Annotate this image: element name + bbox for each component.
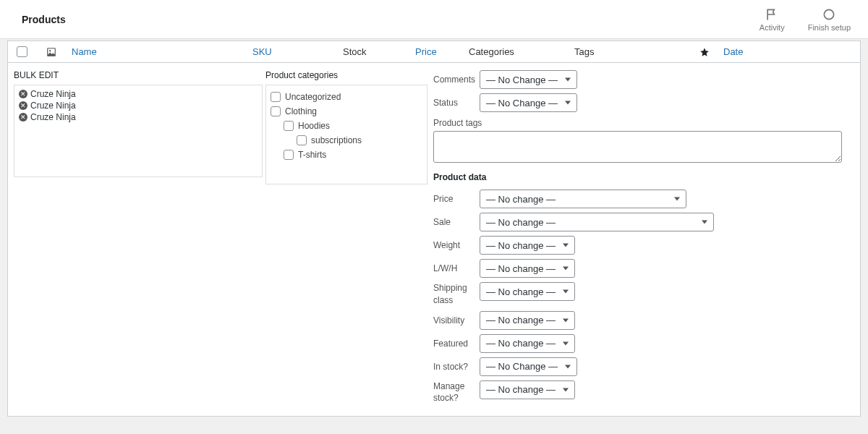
page-title: Products: [22, 14, 66, 25]
content: Name SKU Stock Price Categories Tags Dat…: [0, 41, 868, 417]
price-row: Price — No change —: [433, 190, 854, 208]
finish-label: Finish setup: [808, 23, 851, 32]
activity-button[interactable]: Activity: [760, 7, 785, 32]
circle-icon: [822, 7, 836, 22]
svg-point-0: [825, 9, 834, 19]
categories-list[interactable]: Uncategorized Clothing Hoodies subscript…: [265, 85, 427, 184]
bulk-right-column: Comments — No Change — Status — No Chang…: [427, 70, 854, 409]
bulk-edit-title: BULK EDIT: [14, 70, 263, 80]
instock-select[interactable]: — No Change —: [480, 357, 577, 376]
column-name[interactable]: Name: [67, 46, 248, 57]
column-sku[interactable]: SKU: [248, 46, 339, 57]
remove-icon[interactable]: ✕: [19, 90, 27, 98]
bulk-edit-row: BULK EDIT ✕ Cruze Ninja ✕ Cruze Ninja ✕ …: [7, 63, 861, 417]
category-checkbox[interactable]: [297, 135, 307, 145]
column-price[interactable]: Price: [411, 46, 464, 57]
sale-label: Sale: [433, 217, 480, 227]
select-all-checkbox[interactable]: [17, 46, 27, 57]
weight-row: Weight — No change —: [433, 236, 854, 255]
remove-icon[interactable]: ✕: [19, 101, 27, 110]
finish-setup-button[interactable]: Finish setup: [808, 7, 851, 32]
topbar-actions: Activity Finish setup: [760, 7, 851, 32]
status-select[interactable]: — No Change —: [480, 93, 577, 112]
featured-row: Featured — No change —: [433, 334, 854, 353]
price-label: Price: [433, 194, 480, 204]
table-header: Name SKU Stock Price Categories Tags Dat…: [7, 41, 861, 63]
status-label: Status: [433, 98, 480, 108]
instock-row: In stock? — No Change —: [433, 357, 854, 376]
comments-row: Comments — No Change —: [433, 70, 854, 89]
category-item[interactable]: Clothing: [269, 104, 424, 119]
category-item[interactable]: Hoodies: [282, 119, 424, 133]
manage-select[interactable]: — No change —: [480, 380, 575, 399]
category-checkbox[interactable]: [284, 121, 294, 131]
manage-label: Manage stock?: [433, 380, 480, 405]
category-item[interactable]: T-shirts: [282, 148, 424, 162]
bulk-title-item[interactable]: ✕ Cruze Ninja: [19, 88, 258, 100]
sale-row: Sale — No change —: [433, 213, 854, 231]
shipping-label: Shipping class: [433, 282, 480, 307]
category-item[interactable]: Uncategorized: [269, 90, 424, 104]
featured-select[interactable]: — No change —: [480, 334, 575, 353]
visibility-label: Visibility: [433, 315, 480, 326]
column-checkbox: [8, 46, 35, 57]
category-checkbox[interactable]: [284, 150, 294, 160]
category-checkbox[interactable]: [271, 106, 281, 116]
comments-label: Comments: [433, 75, 480, 85]
bulk-title-label: Cruze Ninja: [30, 101, 76, 111]
category-label: Uncategorized: [285, 92, 341, 102]
bulk-left-column: BULK EDIT ✕ Cruze Ninja ✕ Cruze Ninja ✕ …: [14, 70, 263, 409]
star-icon: [699, 47, 710, 57]
lwh-label: L/W/H: [433, 263, 480, 273]
bulk-title-item[interactable]: ✕ Cruze Ninja: [19, 100, 258, 111]
bulk-titles-list[interactable]: ✕ Cruze Ninja ✕ Cruze Ninja ✕ Cruze Ninj…: [14, 85, 263, 177]
product-tags-input[interactable]: [433, 131, 842, 163]
image-icon: [46, 47, 56, 57]
category-label: subscriptions: [311, 135, 362, 145]
category-label: T-shirts: [298, 150, 326, 160]
flag-icon: [765, 7, 779, 22]
weight-select[interactable]: — No change —: [480, 236, 575, 255]
category-checkbox[interactable]: [271, 92, 281, 102]
lwh-row: L/W/H — No change —: [433, 259, 854, 278]
column-image: [35, 47, 67, 57]
remove-icon[interactable]: ✕: [19, 113, 27, 122]
status-row: Status — No Change —: [433, 93, 854, 112]
column-tags: Tags: [570, 46, 690, 57]
categories-title: Product categories: [265, 70, 427, 80]
category-label: Hoodies: [298, 121, 330, 131]
shipping-row: Shipping class — No change —: [433, 282, 854, 307]
lwh-select[interactable]: — No change —: [480, 259, 575, 278]
sale-select[interactable]: — No change —: [480, 213, 714, 231]
visibility-select[interactable]: — No change —: [480, 311, 575, 330]
comments-select[interactable]: — No Change —: [480, 70, 577, 89]
column-featured: [690, 47, 719, 57]
activity-label: Activity: [760, 23, 785, 32]
featured-label: Featured: [433, 339, 480, 349]
visibility-row: Visibility — No change —: [433, 311, 854, 330]
product-data-rows: Price — No change — Sale — No change — W…: [433, 190, 854, 404]
bulk-title-label: Cruze Ninja: [30, 112, 76, 122]
top-bar: Products Activity Finish setup: [0, 0, 868, 39]
bulk-title-label: Cruze Ninja: [30, 89, 76, 99]
weight-label: Weight: [433, 240, 480, 250]
column-categories: Categories: [464, 46, 570, 57]
category-label: Clothing: [285, 106, 317, 116]
column-stock: Stock: [339, 46, 411, 57]
bulk-mid-column: Product categories Uncategorized Clothin…: [265, 70, 427, 409]
column-date[interactable]: Date: [719, 46, 791, 57]
instock-label: In stock?: [433, 362, 480, 372]
shipping-select[interactable]: — No change —: [480, 282, 575, 301]
svg-point-2: [49, 50, 51, 51]
bulk-title-item[interactable]: ✕ Cruze Ninja: [19, 111, 258, 123]
price-select[interactable]: — No change —: [480, 190, 686, 208]
product-tags-label: Product tags: [433, 118, 854, 128]
manage-row: Manage stock? — No change —: [433, 380, 854, 405]
category-item[interactable]: subscriptions: [295, 133, 424, 148]
product-data-title: Product data: [433, 172, 854, 182]
